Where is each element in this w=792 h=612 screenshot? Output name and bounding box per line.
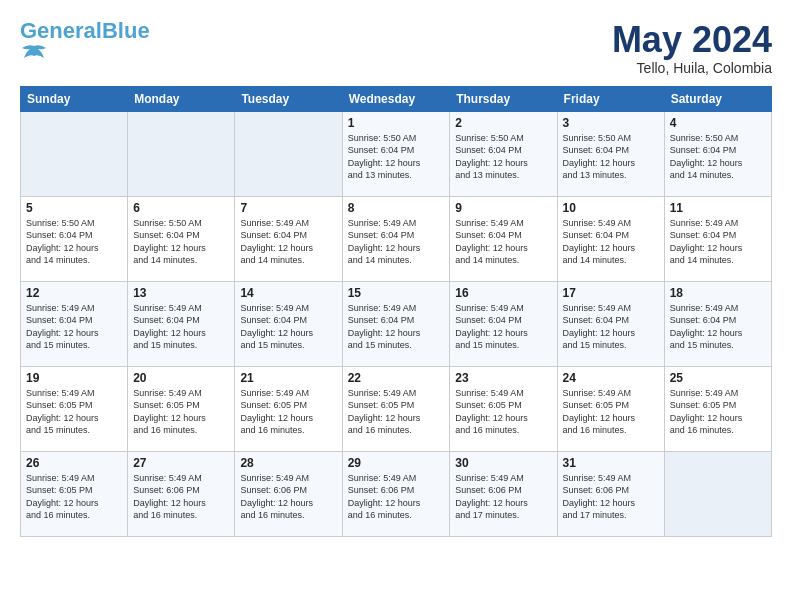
weekday-header-tuesday: Tuesday — [235, 86, 342, 111]
logo: GeneralBlue — [20, 20, 150, 62]
day-info: Sunrise: 5:49 AM Sunset: 6:04 PM Dayligh… — [240, 217, 336, 267]
title-area: May 2024 Tello, Huila, Colombia — [612, 20, 772, 76]
day-number: 10 — [563, 201, 659, 215]
day-number: 7 — [240, 201, 336, 215]
calendar-week-row: 12Sunrise: 5:49 AM Sunset: 6:04 PM Dayli… — [21, 281, 772, 366]
calendar-cell: 15Sunrise: 5:49 AM Sunset: 6:04 PM Dayli… — [342, 281, 450, 366]
day-info: Sunrise: 5:49 AM Sunset: 6:04 PM Dayligh… — [455, 217, 551, 267]
day-info: Sunrise: 5:49 AM Sunset: 6:05 PM Dayligh… — [26, 472, 122, 522]
calendar-cell: 28Sunrise: 5:49 AM Sunset: 6:06 PM Dayli… — [235, 451, 342, 536]
calendar-cell: 18Sunrise: 5:49 AM Sunset: 6:04 PM Dayli… — [664, 281, 771, 366]
calendar-cell: 31Sunrise: 5:49 AM Sunset: 6:06 PM Dayli… — [557, 451, 664, 536]
weekday-header-wednesday: Wednesday — [342, 86, 450, 111]
day-info: Sunrise: 5:49 AM Sunset: 6:06 PM Dayligh… — [348, 472, 445, 522]
calendar-cell: 17Sunrise: 5:49 AM Sunset: 6:04 PM Dayli… — [557, 281, 664, 366]
calendar-cell: 7Sunrise: 5:49 AM Sunset: 6:04 PM Daylig… — [235, 196, 342, 281]
day-info: Sunrise: 5:49 AM Sunset: 6:04 PM Dayligh… — [670, 217, 766, 267]
day-number: 3 — [563, 116, 659, 130]
calendar-cell: 5Sunrise: 5:50 AM Sunset: 6:04 PM Daylig… — [21, 196, 128, 281]
day-info: Sunrise: 5:49 AM Sunset: 6:05 PM Dayligh… — [455, 387, 551, 437]
day-number: 31 — [563, 456, 659, 470]
day-number: 13 — [133, 286, 229, 300]
calendar-cell: 3Sunrise: 5:50 AM Sunset: 6:04 PM Daylig… — [557, 111, 664, 196]
day-info: Sunrise: 5:49 AM Sunset: 6:04 PM Dayligh… — [563, 217, 659, 267]
weekday-header-thursday: Thursday — [450, 86, 557, 111]
day-number: 12 — [26, 286, 122, 300]
calendar-cell: 12Sunrise: 5:49 AM Sunset: 6:04 PM Dayli… — [21, 281, 128, 366]
location: Tello, Huila, Colombia — [612, 60, 772, 76]
calendar-cell: 10Sunrise: 5:49 AM Sunset: 6:04 PM Dayli… — [557, 196, 664, 281]
calendar-cell: 20Sunrise: 5:49 AM Sunset: 6:05 PM Dayli… — [128, 366, 235, 451]
day-info: Sunrise: 5:49 AM Sunset: 6:04 PM Dayligh… — [26, 302, 122, 352]
day-number: 4 — [670, 116, 766, 130]
day-number: 19 — [26, 371, 122, 385]
day-number: 11 — [670, 201, 766, 215]
day-number: 24 — [563, 371, 659, 385]
day-info: Sunrise: 5:49 AM Sunset: 6:04 PM Dayligh… — [348, 217, 445, 267]
day-number: 6 — [133, 201, 229, 215]
weekday-header-monday: Monday — [128, 86, 235, 111]
day-number: 18 — [670, 286, 766, 300]
day-info: Sunrise: 5:50 AM Sunset: 6:04 PM Dayligh… — [133, 217, 229, 267]
calendar-cell: 8Sunrise: 5:49 AM Sunset: 6:04 PM Daylig… — [342, 196, 450, 281]
calendar-cell: 4Sunrise: 5:50 AM Sunset: 6:04 PM Daylig… — [664, 111, 771, 196]
day-number: 23 — [455, 371, 551, 385]
calendar-week-row: 5Sunrise: 5:50 AM Sunset: 6:04 PM Daylig… — [21, 196, 772, 281]
calendar-cell: 29Sunrise: 5:49 AM Sunset: 6:06 PM Dayli… — [342, 451, 450, 536]
day-info: Sunrise: 5:49 AM Sunset: 6:05 PM Dayligh… — [563, 387, 659, 437]
calendar-cell: 27Sunrise: 5:49 AM Sunset: 6:06 PM Dayli… — [128, 451, 235, 536]
day-number: 27 — [133, 456, 229, 470]
day-number: 8 — [348, 201, 445, 215]
day-number: 5 — [26, 201, 122, 215]
weekday-header-row: SundayMondayTuesdayWednesdayThursdayFrid… — [21, 86, 772, 111]
day-number: 9 — [455, 201, 551, 215]
calendar-table: SundayMondayTuesdayWednesdayThursdayFrid… — [20, 86, 772, 537]
calendar-cell: 24Sunrise: 5:49 AM Sunset: 6:05 PM Dayli… — [557, 366, 664, 451]
calendar-week-row: 19Sunrise: 5:49 AM Sunset: 6:05 PM Dayli… — [21, 366, 772, 451]
day-info: Sunrise: 5:49 AM Sunset: 6:05 PM Dayligh… — [26, 387, 122, 437]
month-title: May 2024 — [612, 20, 772, 60]
day-number: 17 — [563, 286, 659, 300]
calendar-cell: 6Sunrise: 5:50 AM Sunset: 6:04 PM Daylig… — [128, 196, 235, 281]
logo-text: GeneralBlue — [20, 20, 150, 42]
calendar-cell: 2Sunrise: 5:50 AM Sunset: 6:04 PM Daylig… — [450, 111, 557, 196]
day-number: 28 — [240, 456, 336, 470]
calendar-cell — [21, 111, 128, 196]
weekday-header-sunday: Sunday — [21, 86, 128, 111]
logo-blue: Blue — [102, 18, 150, 43]
day-number: 15 — [348, 286, 445, 300]
calendar-cell — [128, 111, 235, 196]
day-info: Sunrise: 5:50 AM Sunset: 6:04 PM Dayligh… — [26, 217, 122, 267]
day-number: 2 — [455, 116, 551, 130]
day-number: 20 — [133, 371, 229, 385]
calendar-cell: 14Sunrise: 5:49 AM Sunset: 6:04 PM Dayli… — [235, 281, 342, 366]
calendar-cell: 1Sunrise: 5:50 AM Sunset: 6:04 PM Daylig… — [342, 111, 450, 196]
calendar-cell: 9Sunrise: 5:49 AM Sunset: 6:04 PM Daylig… — [450, 196, 557, 281]
calendar-cell — [235, 111, 342, 196]
day-info: Sunrise: 5:50 AM Sunset: 6:04 PM Dayligh… — [455, 132, 551, 182]
day-number: 14 — [240, 286, 336, 300]
day-info: Sunrise: 5:50 AM Sunset: 6:04 PM Dayligh… — [670, 132, 766, 182]
day-number: 26 — [26, 456, 122, 470]
day-info: Sunrise: 5:49 AM Sunset: 6:06 PM Dayligh… — [133, 472, 229, 522]
calendar-cell: 25Sunrise: 5:49 AM Sunset: 6:05 PM Dayli… — [664, 366, 771, 451]
calendar-cell — [664, 451, 771, 536]
day-info: Sunrise: 5:49 AM Sunset: 6:04 PM Dayligh… — [563, 302, 659, 352]
calendar-cell: 22Sunrise: 5:49 AM Sunset: 6:05 PM Dayli… — [342, 366, 450, 451]
day-info: Sunrise: 5:49 AM Sunset: 6:04 PM Dayligh… — [670, 302, 766, 352]
day-info: Sunrise: 5:49 AM Sunset: 6:06 PM Dayligh… — [455, 472, 551, 522]
page-header: GeneralBlue May 2024 Tello, Huila, Colom… — [20, 20, 772, 76]
calendar-cell: 13Sunrise: 5:49 AM Sunset: 6:04 PM Dayli… — [128, 281, 235, 366]
day-info: Sunrise: 5:49 AM Sunset: 6:04 PM Dayligh… — [240, 302, 336, 352]
day-info: Sunrise: 5:50 AM Sunset: 6:04 PM Dayligh… — [563, 132, 659, 182]
calendar-week-row: 26Sunrise: 5:49 AM Sunset: 6:05 PM Dayli… — [21, 451, 772, 536]
day-number: 21 — [240, 371, 336, 385]
day-info: Sunrise: 5:49 AM Sunset: 6:05 PM Dayligh… — [348, 387, 445, 437]
day-info: Sunrise: 5:49 AM Sunset: 6:06 PM Dayligh… — [563, 472, 659, 522]
day-number: 25 — [670, 371, 766, 385]
day-info: Sunrise: 5:49 AM Sunset: 6:06 PM Dayligh… — [240, 472, 336, 522]
day-number: 1 — [348, 116, 445, 130]
day-number: 16 — [455, 286, 551, 300]
calendar-cell: 30Sunrise: 5:49 AM Sunset: 6:06 PM Dayli… — [450, 451, 557, 536]
calendar-cell: 21Sunrise: 5:49 AM Sunset: 6:05 PM Dayli… — [235, 366, 342, 451]
